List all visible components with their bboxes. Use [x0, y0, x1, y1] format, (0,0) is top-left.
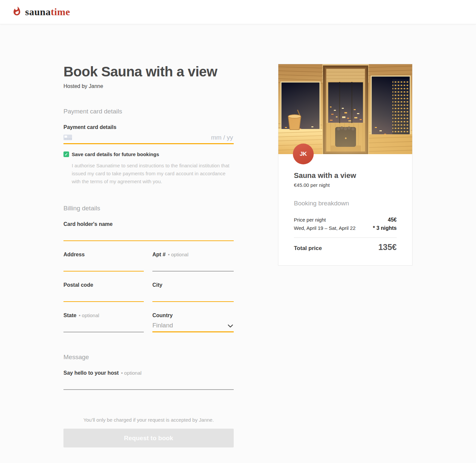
breakdown-row-value: 45€: [388, 216, 397, 224]
city-label: City: [152, 282, 234, 289]
listing-card: JK Sauna with a view €45.00 per night Bo…: [278, 64, 413, 266]
card-details-label: Payment card details: [63, 124, 234, 131]
request-to-book-button[interactable]: Request to book: [63, 429, 234, 447]
billing-section-heading: Billing details: [63, 205, 234, 213]
chevron-down-icon: [228, 323, 233, 329]
country-selected-value: Finland: [152, 322, 173, 329]
breakdown-row-label: Wed, April 19 – Sat, April 22: [294, 224, 356, 232]
charge-note: You’ll only be charged if your request i…: [63, 417, 234, 423]
listing-summary: JK Sauna with a view €45.00 per night Bo…: [278, 64, 413, 266]
card-holder-field: Card holder's name: [63, 221, 234, 241]
message-input[interactable]: [63, 377, 234, 390]
listing-title: Sauna with a view: [294, 171, 397, 180]
app-header: saunatime: [0, 0, 476, 24]
save-card-checkbox[interactable]: ✓: [63, 151, 69, 157]
message-section-heading: Message: [63, 354, 234, 361]
brand-name: saunatime: [25, 6, 70, 18]
message-label: Say hello to your host• optional: [63, 370, 234, 377]
card-holder-label: Card holder's name: [63, 221, 234, 228]
breakdown-divider: [294, 237, 397, 238]
state-field: State• optional: [63, 313, 144, 332]
postal-code-input[interactable]: [63, 289, 144, 302]
listing-price: €45.00 per night: [294, 182, 397, 188]
message-field: Say hello to your host• optional: [63, 370, 234, 390]
postal-code-label: Postal code: [63, 282, 144, 289]
page-title: Book Sauna with a view: [63, 64, 234, 79]
total-price-value: 135€: [378, 242, 397, 252]
country-select[interactable]: Finland: [152, 319, 234, 332]
flame-icon: [12, 6, 22, 18]
brand-logo[interactable]: saunatime: [12, 6, 70, 18]
booking-form: Book Sauna with a view Hosted by Janne P…: [63, 64, 234, 447]
payment-section-heading: Payment card details: [63, 108, 234, 116]
state-input[interactable]: [63, 319, 144, 332]
city-field: City: [152, 282, 234, 302]
country-label: Country: [152, 313, 234, 319]
card-input-row[interactable]: mm / yy: [63, 132, 234, 144]
save-card-row: ✓ Save card details for future bookings: [63, 151, 234, 157]
breakdown-row: Wed, April 19 – Sat, April 22 * 3 nights: [294, 224, 397, 232]
breakdown-rows: Price per night 45€ Wed, April 19 – Sat,…: [294, 216, 397, 232]
country-field: Country Finland: [152, 313, 234, 332]
credit-card-icon: [63, 135, 72, 140]
state-optional-tag: • optional: [79, 313, 99, 318]
save-card-label: Save card details for future bookings: [72, 151, 159, 157]
breakdown-row-label: Price per night: [294, 216, 326, 224]
hosted-by: Hosted by Janne: [63, 83, 234, 89]
breakdown-row: Price per night 45€: [294, 216, 397, 224]
apt-input[interactable]: [152, 258, 234, 272]
address-label: Address: [63, 252, 144, 258]
card-expiry-placeholder[interactable]: mm / yy: [211, 134, 234, 141]
card-authorisation-text: I authorise Saunatime to send instructio…: [63, 162, 234, 186]
breakdown-heading: Booking breakdown: [294, 200, 397, 207]
apt-field: Apt #• optional: [152, 252, 234, 272]
apt-label: Apt #• optional: [152, 252, 234, 258]
state-label: State• optional: [63, 313, 144, 319]
card-number-input[interactable]: [72, 132, 211, 143]
breakdown-row-value: * 3 nights: [373, 224, 397, 232]
total-row: Total price 135€: [294, 242, 397, 252]
address-field: Address: [63, 252, 144, 272]
city-input[interactable]: [152, 289, 234, 302]
sauna-photo: [278, 64, 412, 154]
total-price-label: Total price: [294, 245, 322, 252]
apt-optional-tag: • optional: [168, 252, 188, 257]
message-optional-tag: • optional: [121, 370, 141, 376]
address-input[interactable]: [63, 258, 144, 272]
postal-code-field: Postal code: [63, 282, 144, 302]
host-avatar: JK: [293, 144, 314, 164]
card-holder-input[interactable]: [63, 228, 234, 241]
listing-card-body: Sauna with a view €45.00 per night Booki…: [278, 154, 412, 265]
